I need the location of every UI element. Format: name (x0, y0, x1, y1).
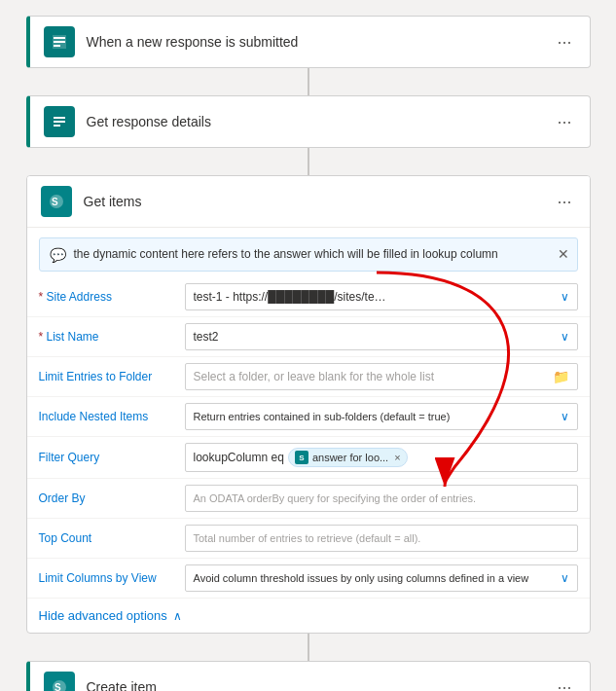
site-address-text: test-1 - https://████████/sites/test-1 (194, 290, 388, 304)
list-name-row: List Name test2 ∨ (27, 317, 590, 357)
site-address-label: Site Address (39, 290, 185, 304)
step-4-more[interactable]: ··· (553, 677, 575, 692)
svg-text:S: S (52, 197, 58, 207)
svg-rect-3 (54, 45, 60, 47)
arrow-3 (308, 634, 309, 661)
top-count-placeholder: Total number of entries to retrieve (def… (194, 532, 421, 544)
limit-columns-row: Limit Columns by View Avoid column thres… (27, 559, 590, 599)
limit-entries-placeholder: Select a folder, or leave blank for the … (194, 370, 547, 383)
limit-columns-value[interactable]: Avoid column threshold issues by only us… (185, 564, 578, 592)
step-4-title: Create item (87, 679, 554, 691)
order-by-input[interactable]: An ODATA orderBy query for specifying th… (185, 485, 578, 512)
nested-items-label: Include Nested Items (39, 410, 185, 423)
filter-prefix: lookupColumn eq (194, 451, 284, 464)
step-when-submitted: When a new response is submitted ··· (26, 16, 591, 68)
order-by-placeholder: An ODATA orderBy query for specifying th… (194, 492, 477, 504)
svg-rect-2 (54, 41, 65, 43)
step-2-more[interactable]: ··· (553, 112, 575, 132)
step-1-title: When a new response is submitted (87, 34, 554, 50)
hide-advanced-text: Hide advanced options (39, 608, 167, 623)
limit-columns-text: Avoid column threshold issues by only us… (194, 572, 555, 584)
limit-entries-value[interactable]: Select a folder, or leave blank for the … (185, 363, 578, 390)
arrow-1 (308, 68, 309, 95)
step-2-icon (44, 106, 75, 137)
site-address-row: Site Address test-1 - https://████████/s… (27, 277, 590, 317)
get-items-block: S Get items ··· 💬 the dynamic content he… (26, 175, 591, 634)
nested-items-row: Include Nested Items Return entries cont… (27, 397, 590, 437)
filter-query-row: Filter Query lookupColumn eq S answer fo… (27, 437, 590, 479)
tooltip-icon: 💬 (50, 247, 66, 263)
tooltip-close-button[interactable]: ✕ (558, 246, 569, 262)
svg-rect-1 (54, 37, 65, 39)
tooltip-banner: 💬 the dynamic content here refers to the… (39, 237, 578, 272)
tooltip-text: the dynamic content here refers to the a… (74, 246, 518, 263)
folder-icon: 📁 (553, 369, 569, 384)
top-count-label: Top Count (39, 531, 185, 545)
list-name-label: List Name (39, 330, 185, 344)
order-by-label: Order By (39, 491, 185, 505)
svg-rect-4 (54, 117, 65, 119)
flow-container: When a new response is submitted ··· Get… (16, 16, 600, 691)
token-sp-icon: S (295, 451, 308, 464)
limit-entries-label: Limit Entries to Folder (39, 370, 185, 383)
filter-token: S answer for loo... × (288, 448, 408, 467)
token-remove-button[interactable]: × (394, 452, 400, 463)
step-4-icon: S (44, 672, 75, 691)
order-by-row: Order By An ODATA orderBy query for spec… (27, 479, 590, 519)
step-2-title: Get response details (87, 114, 554, 129)
top-count-row: Top Count Total number of entries to ret… (27, 519, 590, 559)
step-create-item: S Create item ··· (26, 661, 591, 691)
hide-advanced-link[interactable]: Hide advanced options ∧ (27, 599, 590, 633)
step-1-more[interactable]: ··· (553, 32, 575, 53)
get-items-header: S Get items ··· (27, 176, 590, 228)
get-items-more[interactable]: ··· (553, 192, 575, 212)
advanced-chevron-icon: ∧ (173, 609, 182, 623)
limit-columns-label: Limit Columns by View (39, 571, 185, 585)
token-label: answer for loo... (312, 452, 388, 463)
svg-text:S: S (54, 682, 61, 691)
get-items-title: Get items (84, 194, 554, 209)
site-address-value[interactable]: test-1 - https://████████/sites/test-1 ∨ (185, 283, 578, 310)
get-items-wrapper: S Get items ··· 💬 the dynamic content he… (26, 175, 591, 634)
site-address-dropdown-icon: ∨ (561, 290, 569, 304)
list-name-dropdown-icon: ∨ (561, 330, 569, 344)
nested-items-value[interactable]: Return entries contained in sub-folders … (185, 403, 578, 430)
step-get-response: Get response details ··· (26, 95, 591, 148)
limit-entries-row: Limit Entries to Folder Select a folder,… (27, 357, 590, 397)
nested-items-text: Return entries contained in sub-folders … (194, 411, 451, 422)
top-count-input[interactable]: Total number of entries to retrieve (def… (185, 525, 578, 552)
nested-items-dropdown-icon: ∨ (561, 410, 569, 423)
filter-query-label: Filter Query (39, 451, 185, 464)
step-1-icon (44, 26, 75, 57)
limit-columns-dropdown-icon: ∨ (561, 571, 569, 585)
arrow-2 (308, 148, 309, 175)
svg-rect-6 (54, 125, 60, 127)
get-items-icon: S (41, 186, 72, 217)
list-name-text: test2 (194, 330, 219, 344)
list-name-value[interactable]: test2 ∨ (185, 323, 578, 350)
filter-query-value[interactable]: lookupColumn eq S answer for loo... × (185, 443, 578, 472)
svg-rect-5 (54, 121, 65, 123)
